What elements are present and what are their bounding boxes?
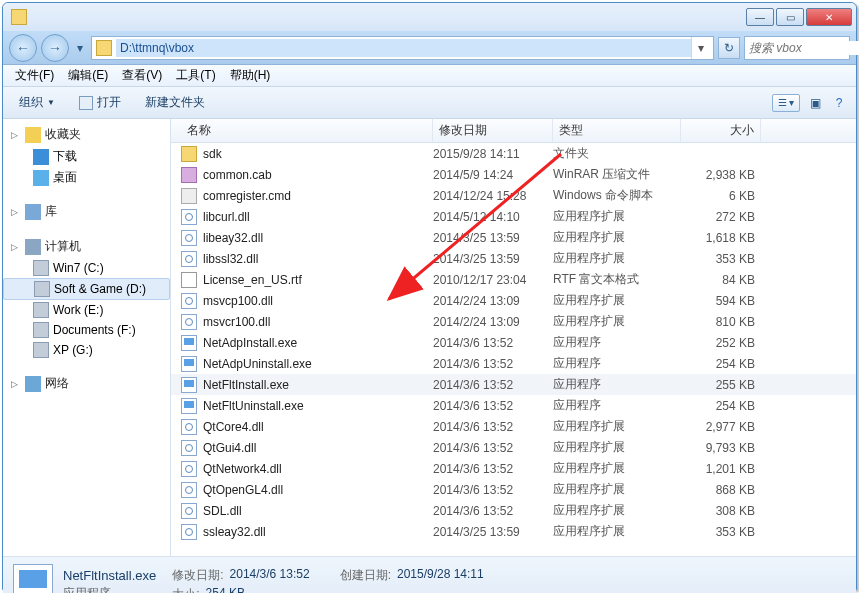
address-dropdown[interactable]: ▾	[691, 37, 709, 59]
file-name: msvcp100.dll	[203, 294, 433, 308]
file-row[interactable]: libcurl.dll2014/5/12 14:10应用程序扩展272 KB	[171, 206, 856, 227]
file-row[interactable]: msvcr100.dll2014/2/24 13:09应用程序扩展810 KB	[171, 311, 856, 332]
nav-downloads[interactable]: 下载	[3, 146, 170, 167]
view-options-button[interactable]: ☰ ▾	[772, 94, 800, 112]
search-input[interactable]	[749, 41, 859, 55]
file-size: 254 KB	[681, 399, 755, 413]
file-date: 2014/3/6 13:52	[433, 483, 553, 497]
nav-drive-f[interactable]: Documents (F:)	[3, 320, 170, 340]
search-box[interactable]: 🔍	[744, 36, 850, 60]
titlebar[interactable]	[3, 3, 856, 31]
menu-tools[interactable]: 工具(T)	[170, 65, 221, 86]
nav-favorites[interactable]: ▷收藏夹	[3, 123, 170, 146]
window-icon	[11, 9, 27, 25]
file-date: 2010/12/17 23:04	[433, 273, 553, 287]
file-row[interactable]: NetAdpUninstall.exe2014/3/6 13:52应用程序254…	[171, 353, 856, 374]
file-size: 1,618 KB	[681, 231, 755, 245]
file-list-pane: 名称 修改日期 类型 大小 sdk2015/9/28 14:11文件夹commo…	[171, 119, 856, 556]
address-input[interactable]	[116, 39, 691, 57]
preview-pane-button[interactable]: ▣	[806, 94, 824, 112]
menu-edit[interactable]: 编辑(E)	[62, 65, 114, 86]
file-date: 2014/5/12 14:10	[433, 210, 553, 224]
folder-icon	[96, 40, 112, 56]
drive-icon	[33, 322, 49, 338]
file-name: common.cab	[203, 168, 433, 182]
file-type: 应用程序扩展	[553, 523, 681, 540]
file-row[interactable]: msvcp100.dll2014/2/24 13:09应用程序扩展594 KB	[171, 290, 856, 311]
file-name: NetAdpUninstall.exe	[203, 357, 433, 371]
file-row[interactable]: QtNetwork4.dll2014/3/6 13:52应用程序扩展1,201 …	[171, 458, 856, 479]
open-button[interactable]: 打开	[71, 91, 129, 114]
drive-icon	[33, 260, 49, 276]
close-button[interactable]	[806, 8, 852, 26]
new-folder-button[interactable]: 新建文件夹	[137, 91, 213, 114]
desktop-icon	[33, 170, 49, 186]
nav-computer[interactable]: ▷计算机	[3, 235, 170, 258]
nav-network[interactable]: ▷网络	[3, 372, 170, 395]
file-size: 1,201 KB	[681, 462, 755, 476]
exe-icon	[181, 377, 197, 393]
menu-view[interactable]: 查看(V)	[116, 65, 168, 86]
refresh-button[interactable]: ↻	[718, 37, 740, 59]
file-row[interactable]: comregister.cmd2014/12/24 15:28Windows 命…	[171, 185, 856, 206]
folder-icon	[181, 146, 197, 162]
nav-drive-c[interactable]: Win7 (C:)	[3, 258, 170, 278]
file-row[interactable]: NetFltInstall.exe2014/3/6 13:52应用程序255 K…	[171, 374, 856, 395]
file-name: sdk	[203, 147, 433, 161]
nav-desktop[interactable]: 桌面	[3, 167, 170, 188]
nav-drive-d[interactable]: Soft & Game (D:)	[3, 278, 170, 300]
col-type[interactable]: 类型	[553, 119, 681, 142]
explorer-window: ← → ▾ ▾ ↻ 🔍 文件(F) 编辑(E) 查看(V) 工具(T) 帮助(H…	[2, 2, 857, 590]
menu-bar: 文件(F) 编辑(E) 查看(V) 工具(T) 帮助(H)	[3, 65, 856, 87]
file-row[interactable]: libeay32.dll2014/3/25 13:59应用程序扩展1,618 K…	[171, 227, 856, 248]
dll-icon	[181, 440, 197, 456]
file-row[interactable]: sdk2015/9/28 14:11文件夹	[171, 143, 856, 164]
address-bar[interactable]: ▾	[91, 36, 714, 60]
library-icon	[25, 204, 41, 220]
file-row[interactable]: QtGui4.dll2014/3/6 13:52应用程序扩展9,793 KB	[171, 437, 856, 458]
dll-icon	[181, 251, 197, 267]
file-name: NetAdpInstall.exe	[203, 336, 433, 350]
file-type: 应用程序	[553, 355, 681, 372]
menu-file[interactable]: 文件(F)	[9, 65, 60, 86]
file-list[interactable]: sdk2015/9/28 14:11文件夹common.cab2014/5/9 …	[171, 143, 856, 556]
back-button[interactable]: ←	[9, 34, 37, 62]
details-type: 应用程序	[63, 585, 156, 593]
file-row[interactable]: NetFltUninstall.exe2014/3/6 13:52应用程序254…	[171, 395, 856, 416]
file-type: 应用程序扩展	[553, 481, 681, 498]
maximize-button[interactable]	[776, 8, 804, 26]
forward-button[interactable]: →	[41, 34, 69, 62]
organize-button[interactable]: 组织▼	[11, 91, 63, 114]
minimize-button[interactable]	[746, 8, 774, 26]
file-row[interactable]: ssleay32.dll2014/3/25 13:59应用程序扩展353 KB	[171, 521, 856, 542]
file-row[interactable]: License_en_US.rtf2010/12/17 23:04RTF 富文本…	[171, 269, 856, 290]
navigation-pane[interactable]: ▷收藏夹 下载 桌面 ▷库 ▷计算机 Win7 (C:) Soft & Game…	[3, 119, 171, 556]
file-name: SDL.dll	[203, 504, 433, 518]
file-row[interactable]: NetAdpInstall.exe2014/3/6 13:52应用程序252 K…	[171, 332, 856, 353]
file-row[interactable]: libssl32.dll2014/3/25 13:59应用程序扩展353 KB	[171, 248, 856, 269]
exe-icon	[181, 335, 197, 351]
col-size[interactable]: 大小	[681, 119, 761, 142]
file-row[interactable]: QtOpenGL4.dll2014/3/6 13:52应用程序扩展868 KB	[171, 479, 856, 500]
cmd-icon	[181, 188, 197, 204]
nav-libraries[interactable]: ▷库	[3, 200, 170, 223]
nav-drive-g[interactable]: XP (G:)	[3, 340, 170, 360]
nav-drive-e[interactable]: Work (E:)	[3, 300, 170, 320]
file-date: 2014/3/6 13:52	[433, 399, 553, 413]
network-icon	[25, 376, 41, 392]
details-size-label: 大小:	[172, 586, 199, 593]
file-row[interactable]: common.cab2014/5/9 14:24WinRAR 压缩文件2,938…	[171, 164, 856, 185]
file-date: 2014/2/24 13:09	[433, 294, 553, 308]
file-date: 2014/12/24 15:28	[433, 189, 553, 203]
col-date[interactable]: 修改日期	[433, 119, 553, 142]
dll-icon	[181, 503, 197, 519]
file-row[interactable]: SDL.dll2014/3/6 13:52应用程序扩展308 KB	[171, 500, 856, 521]
file-row[interactable]: QtCore4.dll2014/3/6 13:52应用程序扩展2,977 KB	[171, 416, 856, 437]
help-button[interactable]: ?	[830, 94, 848, 112]
history-dropdown[interactable]: ▾	[73, 39, 87, 57]
menu-help[interactable]: 帮助(H)	[224, 65, 277, 86]
dll-icon	[181, 314, 197, 330]
file-date: 2014/3/25 13:59	[433, 231, 553, 245]
file-type: Windows 命令脚本	[553, 187, 681, 204]
col-name[interactable]: 名称	[181, 119, 433, 142]
